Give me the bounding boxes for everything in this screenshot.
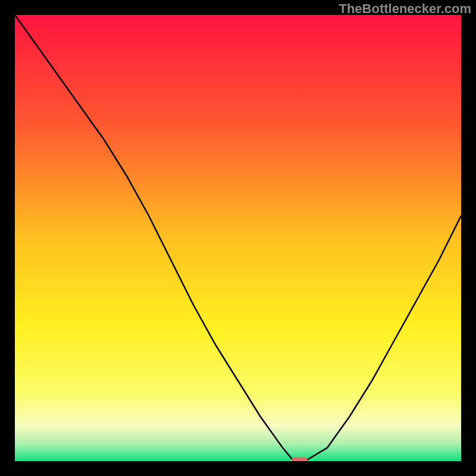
chart-container: TheBottlenecker.com — [0, 0, 476, 476]
plot-area — [15, 15, 461, 461]
watermark-label: TheBottlenecker.com — [339, 1, 471, 17]
gradient-background — [15, 15, 461, 461]
optimal-marker — [292, 458, 307, 462]
chart-svg — [15, 15, 461, 461]
